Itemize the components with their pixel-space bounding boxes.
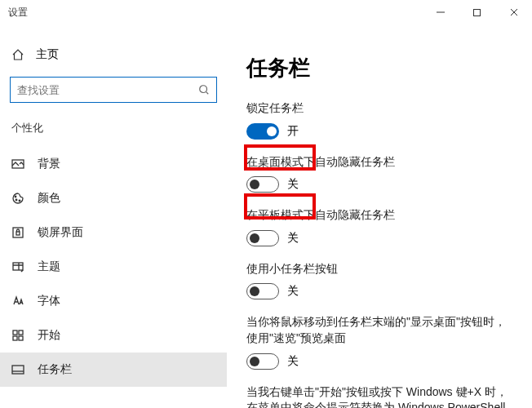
toggle-lock-taskbar[interactable] bbox=[246, 123, 279, 140]
setting-autohide-tablet: 在平板模式下自动隐藏任务栏 关 bbox=[246, 207, 512, 246]
setting-label: 使用小任务栏按钮 bbox=[246, 261, 512, 277]
search-input[interactable] bbox=[10, 77, 217, 103]
svg-rect-12 bbox=[13, 263, 23, 270]
maximize-button[interactable] bbox=[459, 0, 495, 24]
nav-item-colors[interactable]: 颜色 bbox=[0, 181, 227, 215]
svg-rect-13 bbox=[13, 330, 17, 335]
toggle-state: 关 bbox=[287, 354, 299, 369]
nav-item-background[interactable]: 背景 bbox=[0, 147, 227, 181]
setting-label: 在桌面模式下自动隐藏任务栏 bbox=[246, 154, 512, 171]
setting-label: 锁定任务栏 bbox=[246, 100, 512, 117]
toggle-small-buttons[interactable] bbox=[246, 283, 279, 299]
content-pane: 任务栏 锁定任务栏 开 在桌面模式下自动隐藏任务栏 关 在平板模式下自动隐藏任务… bbox=[227, 24, 532, 408]
svg-rect-17 bbox=[12, 366, 24, 374]
svg-line-5 bbox=[206, 92, 209, 95]
setting-small-buttons: 使用小任务栏按钮 关 bbox=[246, 261, 512, 300]
minimize-button[interactable] bbox=[422, 0, 459, 24]
setting-peek: 当你将鼠标移动到任务栏末端的"显示桌面"按钮时，使用"速览"预览桌面 关 bbox=[246, 314, 512, 369]
toggle-state: 开 bbox=[287, 124, 299, 139]
svg-point-4 bbox=[200, 86, 207, 93]
page-title: 任务栏 bbox=[246, 54, 512, 82]
nav-home-label: 主页 bbox=[36, 47, 59, 62]
nav-label: 开始 bbox=[38, 328, 60, 343]
toggle-peek[interactable] bbox=[246, 353, 279, 370]
taskbar-icon bbox=[11, 363, 24, 376]
svg-rect-16 bbox=[19, 336, 23, 340]
setting-label: 在平板模式下自动隐藏任务栏 bbox=[246, 207, 512, 224]
palette-icon bbox=[11, 192, 24, 205]
toggle-autohide-desktop[interactable] bbox=[246, 176, 279, 193]
setting-label: 当你将鼠标移动到任务栏末端的"显示桌面"按钮时，使用"速览"预览桌面 bbox=[246, 314, 512, 346]
nav-item-lockscreen[interactable]: 锁屏界面 bbox=[0, 215, 227, 250]
nav-item-themes[interactable]: 主题 bbox=[0, 250, 227, 284]
nav-label: 颜色 bbox=[38, 191, 60, 206]
nav-item-start[interactable]: 开始 bbox=[0, 318, 227, 353]
nav-label: 任务栏 bbox=[38, 362, 72, 377]
search-icon bbox=[198, 84, 210, 95]
lockscreen-icon bbox=[11, 226, 24, 239]
setting-powershell: 当我右键单击"开始"按钮或按下 Windows 键+X 时，在菜单中将命令提示符… bbox=[246, 384, 512, 408]
nav-label: 锁屏界面 bbox=[38, 225, 83, 240]
picture-icon bbox=[11, 157, 24, 171]
search-field[interactable] bbox=[17, 84, 198, 96]
close-button[interactable] bbox=[495, 0, 532, 24]
toggle-state: 关 bbox=[287, 231, 299, 246]
svg-rect-1 bbox=[474, 9, 481, 16]
svg-point-9 bbox=[19, 200, 20, 202]
themes-icon bbox=[11, 260, 24, 273]
svg-point-8 bbox=[16, 199, 17, 201]
svg-rect-11 bbox=[16, 232, 20, 235]
start-icon bbox=[11, 329, 24, 342]
svg-rect-14 bbox=[19, 330, 23, 335]
svg-point-7 bbox=[15, 196, 16, 197]
setting-lock-taskbar: 锁定任务栏 开 bbox=[246, 100, 512, 140]
nav-home[interactable]: 主页 bbox=[0, 47, 227, 77]
toggle-state: 关 bbox=[287, 284, 299, 299]
home-icon bbox=[11, 48, 24, 61]
svg-rect-15 bbox=[13, 336, 17, 340]
fonts-icon bbox=[11, 295, 24, 308]
nav-label: 背景 bbox=[38, 157, 60, 171]
nav-item-fonts[interactable]: 字体 bbox=[0, 284, 227, 318]
nav-item-taskbar[interactable]: 任务栏 bbox=[0, 353, 227, 387]
toggle-state: 关 bbox=[287, 177, 299, 192]
section-header: 个性化 bbox=[0, 121, 227, 147]
toggle-autohide-tablet[interactable] bbox=[246, 230, 279, 246]
nav-label: 主题 bbox=[38, 259, 60, 274]
nav-list: 背景 颜色 锁屏界面 主题 字体 开始 bbox=[0, 147, 227, 387]
nav-label: 字体 bbox=[38, 294, 60, 308]
setting-autohide-desktop: 在桌面模式下自动隐藏任务栏 关 bbox=[246, 154, 512, 193]
app-name: 设置 bbox=[8, 6, 28, 20]
setting-label: 当我右键单击"开始"按钮或按下 Windows 键+X 时，在菜单中将命令提示符… bbox=[246, 384, 512, 408]
sidebar: 主页 个性化 背景 颜色 锁屏界面 主题 bbox=[0, 24, 227, 408]
titlebar: 设置 bbox=[0, 0, 532, 24]
